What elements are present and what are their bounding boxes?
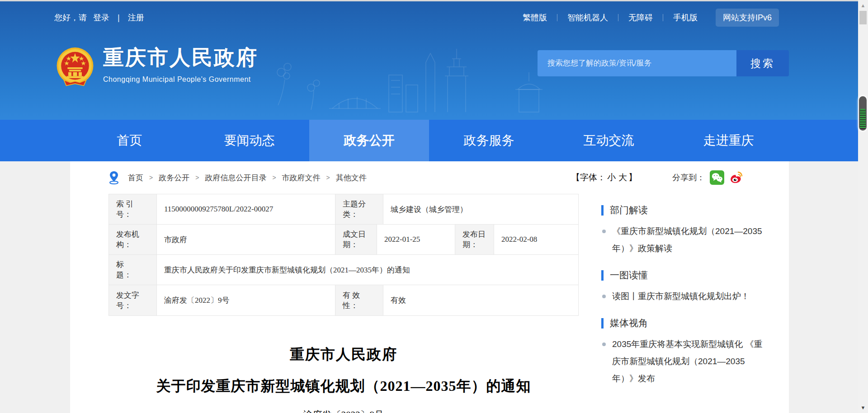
login-register-separator: |: [118, 13, 120, 23]
section-title: 部门解读: [610, 204, 648, 216]
font-larger-button[interactable]: 大: [618, 173, 627, 182]
register-link[interactable]: 注册: [128, 12, 144, 23]
section-title: 媒体视角: [610, 317, 648, 329]
site-title[interactable]: 重庆市人民政府: [103, 44, 258, 72]
weibo-share-icon[interactable]: [729, 170, 744, 185]
sidebar-link[interactable]: 《重庆市新型城镇化规划（2021—2035年）》政策解读: [612, 223, 769, 257]
breadcrumb: 首页 > 政务公开 > 政府信息公开目录 > 市政府文件 > 其他文件: [108, 171, 571, 184]
validity-value: 有效: [383, 285, 578, 315]
wechat-share-icon[interactable]: [710, 170, 724, 185]
main-background: 首页 > 政务公开 > 政府信息公开目录 > 市政府文件 > 其他文件 【字体：…: [0, 161, 858, 413]
section-accent-bar: [601, 270, 604, 281]
breadcrumb-city-gov-docs[interactable]: 市政府文件: [282, 173, 321, 183]
doc-title-label: 标 题：: [109, 255, 157, 285]
greeting-text: 您好，请: [54, 12, 87, 23]
sidebar-section-media-view: 媒体视角 2035年重庆将基本实现新型城镇化 《重庆市新型城镇化规划（2021—…: [601, 317, 769, 387]
nav-item-gov-services[interactable]: 政务服务: [429, 120, 549, 161]
search-input[interactable]: [538, 50, 736, 76]
mobile-version-link[interactable]: 手机版: [663, 12, 708, 23]
page: 您好，请 登录 | 注册 繁體版 智能机器人 无障碍 手机版 网站支持IPv6: [0, 0, 868, 413]
sidebar-link[interactable]: 读图丨重庆市新型城镇化规划出炉！: [612, 288, 750, 305]
vertical-scrollbar[interactable]: ▲ ▼: [858, 0, 868, 413]
document-issuer-line: 重庆市人民政府: [108, 345, 579, 365]
utility-links: 繁體版 智能机器人 无障碍 手机版 网站支持IPv6: [513, 9, 779, 27]
share-label: 分享到：: [672, 172, 705, 183]
utility-topbar: 您好，请 登录 | 注册 繁體版 智能机器人 无障碍 手机版 网站支持IPv6: [0, 1, 858, 34]
account-area: 您好，请 登录 | 注册: [54, 12, 144, 23]
doc-number-value: 渝府发〔2022〕9号: [157, 285, 335, 315]
search-button[interactable]: 搜索: [736, 50, 789, 76]
font-control-prefix: 【字体：: [571, 173, 606, 182]
breadcrumb-gov-open[interactable]: 政务公开: [159, 173, 189, 183]
subject-category-value: 城乡建设（城乡管理）: [383, 194, 578, 224]
primary-navigation: 首页 要闻动态 政务公开 政务服务 互动交流 走进重庆: [0, 120, 858, 161]
section-header[interactable]: 一图读懂: [601, 269, 769, 282]
section-accent-bar: [601, 205, 604, 216]
national-emblem-logo[interactable]: [55, 47, 95, 89]
nav-item-news[interactable]: 要闻动态: [189, 120, 309, 161]
traditional-chinese-link[interactable]: 繁體版: [513, 12, 557, 23]
sidebar-section-one-image: 一图读懂 读图丨重庆市新型城镇化规划出炉！: [601, 269, 769, 305]
document-number-line: 渝府发〔2022〕9号: [108, 408, 579, 413]
scrollbar-thumb[interactable]: [859, 11, 867, 24]
breadcrumb-home[interactable]: 首页: [128, 173, 143, 183]
section-title: 一图读懂: [610, 269, 648, 282]
indicator-stripes: [860, 109, 866, 129]
section-header[interactable]: 媒体视角: [601, 317, 769, 329]
index-number-value: 11500000009275780L/2022-00027: [157, 194, 335, 224]
location-pin-icon: [108, 171, 119, 184]
document-heading: 重庆市人民政府 关于印发重庆市新型城镇化规划（2021—2035年）的通知 渝府…: [108, 345, 579, 413]
nav-item-gov-affairs-open[interactable]: 政务公开: [309, 120, 429, 161]
sidebar-link-item[interactable]: 《重庆市新型城镇化规划（2021—2035年）》政策解读: [601, 223, 769, 257]
sidebar-link-item[interactable]: 2035年重庆将基本实现新型城镇化 《重庆市新型城镇化规划（2021—2035年…: [601, 336, 769, 387]
login-link[interactable]: 登录: [93, 12, 109, 23]
site-search: 搜索: [538, 50, 789, 76]
breadcrumb-info-catalog[interactable]: 政府信息公开目录: [205, 173, 266, 183]
subject-category-label: 主题分类：: [335, 194, 383, 224]
share-group: 分享到：: [672, 170, 744, 185]
breadcrumb-row: 首页 > 政务公开 > 政府信息公开目录 > 市政府文件 > 其他文件 【字体：…: [70, 161, 789, 194]
accessibility-link[interactable]: 无障碍: [618, 12, 663, 23]
written-date-value: 2022-01-25: [377, 225, 455, 254]
meta-row-3: 标 题： 重庆市人民政府关于印发重庆市新型城镇化规划（2021—2035年）的通…: [109, 255, 578, 285]
brand-row: 重庆市人民政府 Chongqing Municipal People's Gov…: [0, 34, 858, 115]
document-column: 索 引 号： 11500000009275780L/2022-00027 主题分…: [108, 194, 579, 413]
section-accent-bar: [601, 318, 604, 329]
brand-text: 重庆市人民政府 Chongqing Municipal People's Gov…: [103, 44, 258, 84]
site-subtitle: Chongqing Municipal People's Government: [103, 75, 258, 84]
window-top-edge: [0, 0, 868, 1]
content-columns: 索 引 号： 11500000009275780L/2022-00027 主题分…: [70, 194, 789, 413]
nav-item-home[interactable]: 首页: [70, 120, 189, 161]
bullet-dot-icon: [602, 343, 606, 346]
breadcrumb-other-docs[interactable]: 其他文件: [336, 173, 367, 183]
bullet-dot-icon: [602, 230, 606, 233]
content-card: 首页 > 政务公开 > 政府信息公开目录 > 市政府文件 > 其他文件 【字体：…: [70, 161, 789, 413]
scroll-position-indicator[interactable]: [859, 96, 867, 131]
breadcrumb-separator: >: [195, 174, 199, 181]
breadcrumb-separator: >: [326, 174, 330, 181]
scroll-up-arrow[interactable]: ▲: [858, 1, 868, 10]
document-meta-table: 索 引 号： 11500000009275780L/2022-00027 主题分…: [108, 194, 579, 316]
nav-inner: 首页 要闻动态 政务公开 政务服务 互动交流 走进重庆: [70, 120, 788, 161]
doc-number-label: 发文字号：: [109, 285, 157, 315]
sidebar-link-item[interactable]: 读图丨重庆市新型城镇化规划出炉！: [601, 288, 769, 305]
doc-title-value: 重庆市人民政府关于印发重庆市新型城镇化规划（2021—2035年）的通知: [157, 255, 578, 285]
ipv6-support-badge[interactable]: 网站支持IPv6: [716, 9, 779, 27]
nav-item-about-chongqing[interactable]: 走进重庆: [669, 120, 788, 161]
issuing-agency-value: 市政府: [157, 225, 335, 254]
font-smaller-button[interactable]: 小: [607, 173, 616, 182]
issuing-agency-label: 发布机构：: [109, 225, 157, 254]
publish-date-label: 发布日期：: [455, 225, 494, 254]
section-header[interactable]: 部门解读: [601, 204, 769, 216]
smart-robot-link[interactable]: 智能机器人: [557, 12, 618, 23]
sidebar-section-department-interpretation: 部门解读 《重庆市新型城镇化规划（2021—2035年）》政策解读: [601, 204, 769, 257]
related-sidebar: 部门解读 《重庆市新型城镇化规划（2021—2035年）》政策解读 一图读懂: [601, 194, 769, 413]
meta-row-2: 发布机构： 市政府 成文日期： 2022-01-25 发布日期： 2022-02…: [109, 225, 578, 255]
written-date-label: 成文日期：: [335, 225, 377, 254]
breadcrumb-separator: >: [272, 174, 276, 181]
scroll-down-arrow[interactable]: ▼: [858, 403, 868, 412]
nav-item-interaction[interactable]: 互动交流: [549, 120, 669, 161]
index-number-label: 索 引 号：: [109, 194, 157, 224]
meta-row-1: 索 引 号： 11500000009275780L/2022-00027 主题分…: [109, 194, 578, 225]
sidebar-link[interactable]: 2035年重庆将基本实现新型城镇化 《重庆市新型城镇化规划（2021—2035年…: [612, 336, 769, 387]
